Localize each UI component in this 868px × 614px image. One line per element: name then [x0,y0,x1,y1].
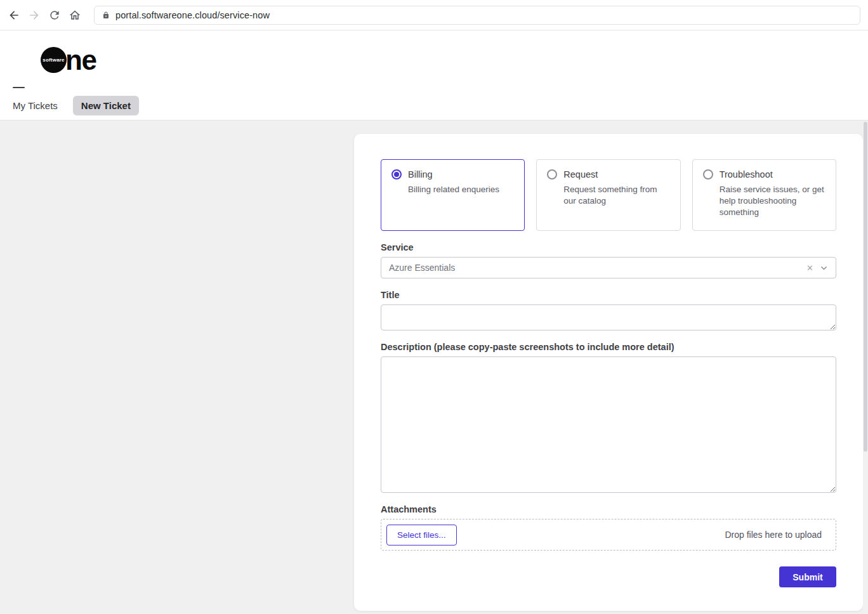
attachments-label: Attachments [381,503,836,516]
service-label: Service [381,241,836,254]
scrollbar-thumb[interactable] [864,122,867,452]
home-button[interactable] [65,5,85,25]
category-card-billing[interactable]: Billing Billing related enqueries [381,159,525,231]
reload-button[interactable] [44,5,65,25]
address-bar[interactable]: portal.softwareone.cloud/service-now [94,6,860,25]
category-description: Raise service issues, or get help troubl… [720,184,827,219]
lock-icon [102,11,110,19]
logo-disc: software [41,47,67,73]
clear-icon[interactable]: ✕ [806,264,813,272]
submit-button[interactable]: Submit [779,566,836,587]
category-label: Troubleshoot [720,169,773,180]
title-input[interactable] [381,304,836,330]
browser-chrome: portal.softwareone.cloud/service-now [0,0,868,30]
browser-window: portal.softwareone.cloud/service-now sof… [0,0,868,614]
category-label: Request [563,169,598,180]
category-description: Request something from our catalog [563,184,671,207]
tab-my-tickets[interactable]: My Tickets [13,100,58,111]
home-icon [69,9,81,22]
drop-files-hint: Drop files here to upload [725,530,822,540]
radio-troubleshoot[interactable] [703,169,713,180]
category-options: Billing Billing related enqueries Reques… [381,159,836,231]
attachments-dropzone[interactable]: Select files... Drop files here to uploa… [381,519,836,551]
category-card-request[interactable]: Request Request something from our catal… [536,159,680,231]
page-content: Billing Billing related enqueries Reques… [0,121,868,614]
url-text: portal.softwareone.cloud/service-now [115,10,270,20]
radio-request[interactable] [547,169,557,180]
back-button[interactable] [4,5,24,25]
app-header: software ne [0,31,868,91]
submit-row: Submit [381,566,836,587]
forward-button[interactable] [24,5,44,25]
logo-text: ne [65,47,96,73]
service-select[interactable]: Azure Essentials ✕ [381,257,836,278]
new-ticket-form-card: Billing Billing related enqueries Reques… [354,134,863,611]
chevron-down-icon[interactable] [820,264,828,272]
category-label: Billing [408,169,433,180]
ticket-tabbar: My Tickets New Ticket [0,91,868,121]
back-icon [8,9,20,22]
forward-icon [28,9,41,22]
title-label: Title [381,289,836,301]
select-files-button[interactable]: Select files... [386,525,457,545]
radio-billing[interactable] [391,169,402,180]
scrollbar[interactable] [863,121,868,614]
category-card-troubleshoot[interactable]: Troubleshoot Raise service issues, or ge… [692,159,836,231]
reload-icon [48,9,61,22]
service-select-value: Azure Essentials [389,263,455,273]
description-input[interactable] [381,356,836,493]
softwareone-logo: software ne [41,47,96,73]
description-label: Description (please copy-paste screensho… [381,341,836,353]
tab-new-ticket[interactable]: New Ticket [73,96,139,115]
category-description: Billing related enqueries [408,184,515,195]
